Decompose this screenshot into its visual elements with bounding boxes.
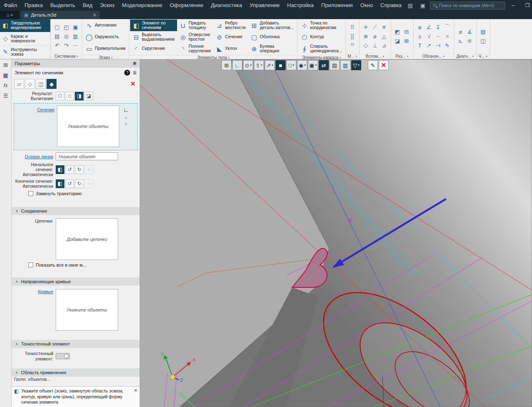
start-auto-icon[interactable]: ◧ bbox=[56, 165, 64, 174]
tool-icon[interactable]: ▤ bbox=[479, 27, 488, 36]
close-trajectory-row[interactable]: Замкнуть траекторию bbox=[12, 189, 140, 198]
show-all-row[interactable]: Показать все в окне м... bbox=[12, 261, 140, 269]
tool-icon[interactable]: ↗ bbox=[425, 41, 433, 50]
tool-icon[interactable]: ↧ bbox=[434, 23, 443, 32]
viewport-close-button[interactable]: ✕ bbox=[379, 60, 389, 70]
end-auto-icon[interactable]: ◧ bbox=[56, 179, 64, 188]
cancel-operation-icon[interactable]: ✕ bbox=[130, 80, 137, 88]
command-search[interactable] bbox=[430, 2, 505, 10]
rib-button[interactable]: ⊿Ребро жесткости bbox=[214, 20, 248, 31]
tool-icon[interactable]: ∡ bbox=[466, 27, 474, 36]
home-button[interactable]: ⌂ ▾ bbox=[0, 11, 19, 19]
menu-item[interactable]: Вид bbox=[79, 0, 96, 11]
move-down-icon[interactable]: ▼ bbox=[124, 122, 128, 126]
section-label-auxiliary[interactable]: Вспом...▾ bbox=[360, 53, 391, 59]
grid-snap-button[interactable]: ⊞ bbox=[222, 60, 232, 70]
close-trajectory-checkbox[interactable] bbox=[28, 191, 33, 196]
system-tool-icon[interactable]: ↶ bbox=[53, 41, 62, 50]
local-cs-button[interactable]: ∟ bbox=[232, 60, 242, 70]
connection-section-header[interactable]: ∧ Соединение bbox=[12, 207, 140, 215]
type-icon-3[interactable]: ◫ bbox=[36, 79, 46, 89]
menu-item[interactable]: Управление bbox=[246, 0, 283, 11]
lcs-icon[interactable]: ∟ bbox=[123, 106, 129, 113]
orientation-button[interactable]: ⇗▾ bbox=[265, 60, 275, 70]
cut-extrude-button[interactable]: ⊟Вырезать выдавливанием bbox=[130, 31, 177, 43]
tool-icon[interactable]: ⊕ bbox=[362, 32, 370, 41]
mode-sketch-tools[interactable]: ✎ Инструменты эскиза bbox=[0, 46, 50, 59]
section-label-diagnostics[interactable]: Диагн...▾ bbox=[454, 53, 476, 59]
tool-icon[interactable]: ⊣ bbox=[434, 41, 443, 50]
system-tool-icon[interactable]: ◎ bbox=[62, 32, 71, 41]
tool-icon[interactable]: T bbox=[416, 41, 424, 50]
add-part-stock-button[interactable]: ⊞Добавить деталь-заготов... bbox=[248, 20, 296, 31]
menu-item[interactable]: Окно bbox=[357, 0, 377, 11]
tool-icon[interactable]: ± bbox=[416, 32, 424, 41]
tool-icon[interactable]: ✎ bbox=[443, 41, 452, 50]
system-tool-icon[interactable]: ▥ bbox=[71, 32, 80, 41]
type-icon-2[interactable]: ◇ bbox=[25, 79, 35, 89]
system-tool-icon[interactable]: ⋯ bbox=[71, 41, 80, 50]
menu-icon[interactable]: ☰ bbox=[3, 93, 8, 99]
sections-list[interactable]: Укажите объекты bbox=[57, 105, 119, 147]
tool-icon[interactable]: √ bbox=[425, 32, 433, 41]
menu-item[interactable]: Оформление bbox=[166, 0, 207, 11]
chains-list[interactable]: Добавьте цепочки bbox=[56, 218, 118, 260]
circle-button[interactable]: ◯Окружность bbox=[83, 31, 128, 43]
viewport-canvas[interactable]: Y X Z bbox=[140, 59, 532, 407]
result-intersect-icon[interactable]: ◪ bbox=[84, 92, 93, 101]
menu-item[interactable]: Справка bbox=[377, 0, 405, 11]
tool-icon[interactable]: ⊟ bbox=[402, 27, 411, 36]
draft-button[interactable]: ◣Уклон bbox=[214, 43, 248, 54]
tool-icon[interactable]: ≌ bbox=[466, 37, 474, 45]
tool-icon[interactable]: ⣿ bbox=[348, 32, 357, 41]
tool-icon[interactable]: ◇ bbox=[362, 41, 370, 50]
shell-button[interactable]: ▢Оболочка bbox=[248, 31, 296, 43]
menu-item[interactable]: Приложения bbox=[318, 0, 357, 11]
chevron-down-icon[interactable]: ▾ bbox=[315, 64, 317, 67]
section-label-m[interactable]: М...▾ bbox=[346, 53, 359, 59]
layout-icon-1[interactable]: ▤ bbox=[405, 2, 415, 9]
sheet-view-button[interactable]: ▤ bbox=[330, 60, 340, 70]
menu-item[interactable]: Выделить bbox=[47, 0, 79, 11]
chevron-down-icon[interactable]: ▾ bbox=[272, 64, 273, 67]
tool-icon[interactable]: ⌀ bbox=[456, 27, 465, 36]
tool-icon[interactable]: ⌀ bbox=[416, 23, 424, 32]
guides-section-header[interactable]: ∧ Направляющие кривые bbox=[12, 277, 140, 286]
start-option-icon[interactable]: ↺ bbox=[65, 165, 74, 174]
result-subtract-icon[interactable]: ◨ bbox=[75, 92, 84, 101]
chevron-down-icon[interactable]: ▾ bbox=[261, 64, 263, 67]
minimize-button[interactable]: – bbox=[507, 0, 519, 11]
prompt-close-icon[interactable]: ✕ bbox=[134, 387, 138, 393]
thin-wall-toggle[interactable] bbox=[56, 353, 70, 359]
chevron-down-icon[interactable]: ▾ bbox=[304, 64, 306, 67]
tool-icon[interactable]: ◪ bbox=[393, 37, 402, 45]
tab-close-icon[interactable]: ✕ bbox=[93, 12, 96, 18]
associate-button[interactable]: ⇄ bbox=[319, 60, 329, 70]
menu-item[interactable]: Эскиз bbox=[96, 0, 118, 11]
full-round-button[interactable]: ◝Полное скругление bbox=[177, 43, 214, 54]
fillet-button[interactable]: ◜Скругление bbox=[130, 43, 177, 54]
visibility-button[interactable]: ◉▾ bbox=[297, 60, 307, 70]
structure-tree-icon[interactable]: ≣ bbox=[133, 70, 137, 76]
variables-fx-icon[interactable]: fx bbox=[4, 83, 7, 88]
start-option-icon[interactable]: ↻ bbox=[75, 165, 84, 174]
document-tab[interactable]: ▣ Деталь.m3d ✕ bbox=[21, 11, 100, 19]
point-by-coords-button[interactable]: ⊹Точка по координатам bbox=[298, 20, 345, 31]
render-mode-button[interactable]: ▣▾ bbox=[308, 60, 318, 70]
curves-list[interactable]: Укажите объекты bbox=[56, 289, 118, 331]
contour-button[interactable]: ⬡Контур bbox=[298, 31, 345, 43]
section-label-system[interactable]: Системная▾ bbox=[51, 53, 82, 59]
autoline-button[interactable]: ∿Автолиния bbox=[83, 20, 128, 31]
section-label-raz[interactable]: Раз...▾ bbox=[391, 53, 413, 59]
thicken-button[interactable]: ⊔Придать толщину bbox=[177, 20, 214, 31]
move-up-icon[interactable]: ▲ bbox=[124, 115, 128, 120]
search-input[interactable] bbox=[439, 3, 502, 8]
tool-icon[interactable]: ✛ bbox=[362, 23, 370, 32]
section-label-designations[interactable]: Обознач...▾ bbox=[414, 53, 454, 59]
menu-item[interactable]: Файл bbox=[0, 0, 21, 11]
type-icon-4-selected[interactable]: ◆ bbox=[47, 79, 57, 89]
axis-link[interactable]: Осевая линия bbox=[14, 154, 56, 159]
chevron-down-icon[interactable]: ▾ bbox=[358, 64, 360, 67]
tool-icon[interactable]: ⊥ bbox=[371, 41, 379, 50]
zoom-button[interactable]: ⊙▾ bbox=[243, 60, 253, 70]
